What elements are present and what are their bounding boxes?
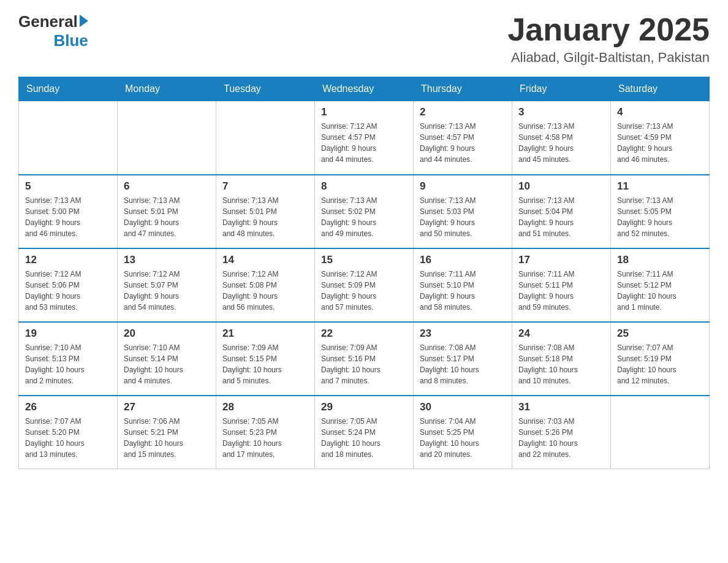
calendar-cell: 2Sunrise: 7:13 AM Sunset: 4:57 PM Daylig… bbox=[414, 101, 512, 175]
day-info: Sunrise: 7:11 AM Sunset: 5:10 PM Dayligh… bbox=[420, 269, 506, 313]
calendar-cell bbox=[19, 101, 118, 175]
day-number: 27 bbox=[124, 401, 210, 413]
day-info: Sunrise: 7:11 AM Sunset: 5:12 PM Dayligh… bbox=[617, 269, 703, 313]
calendar-table: SundayMondayTuesdayWednesdayThursdayFrid… bbox=[18, 77, 710, 469]
day-number: 24 bbox=[518, 327, 604, 340]
calendar-cell: 15Sunrise: 7:12 AM Sunset: 5:09 PM Dayli… bbox=[315, 248, 414, 322]
day-info: Sunrise: 7:10 AM Sunset: 5:13 PM Dayligh… bbox=[25, 342, 111, 386]
day-info: Sunrise: 7:11 AM Sunset: 5:11 PM Dayligh… bbox=[518, 269, 604, 313]
day-info: Sunrise: 7:09 AM Sunset: 5:15 PM Dayligh… bbox=[222, 342, 308, 386]
day-info: Sunrise: 7:12 AM Sunset: 5:06 PM Dayligh… bbox=[25, 269, 111, 313]
calendar-cell: 6Sunrise: 7:13 AM Sunset: 5:01 PM Daylig… bbox=[118, 175, 216, 248]
day-number: 4 bbox=[617, 106, 703, 118]
day-number: 28 bbox=[222, 401, 308, 413]
day-number: 3 bbox=[518, 106, 604, 118]
logo-general-text: General bbox=[18, 12, 78, 31]
day-info: Sunrise: 7:13 AM Sunset: 5:03 PM Dayligh… bbox=[420, 195, 506, 239]
calendar-cell: 4Sunrise: 7:13 AM Sunset: 4:59 PM Daylig… bbox=[611, 101, 710, 175]
calendar-cell: 26Sunrise: 7:07 AM Sunset: 5:20 PM Dayli… bbox=[19, 396, 118, 469]
day-info: Sunrise: 7:07 AM Sunset: 5:19 PM Dayligh… bbox=[617, 342, 703, 386]
day-number: 12 bbox=[25, 254, 111, 266]
day-info: Sunrise: 7:06 AM Sunset: 5:21 PM Dayligh… bbox=[124, 416, 210, 460]
day-number: 6 bbox=[124, 180, 210, 193]
calendar-cell: 25Sunrise: 7:07 AM Sunset: 5:19 PM Dayli… bbox=[611, 322, 710, 396]
calendar-cell: 21Sunrise: 7:09 AM Sunset: 5:15 PM Dayli… bbox=[216, 322, 315, 396]
day-info: Sunrise: 7:13 AM Sunset: 5:05 PM Dayligh… bbox=[617, 195, 703, 239]
day-number: 20 bbox=[124, 327, 210, 340]
calendar-cell: 24Sunrise: 7:08 AM Sunset: 5:18 PM Dayli… bbox=[512, 322, 611, 396]
calendar-cell: 7Sunrise: 7:13 AM Sunset: 5:01 PM Daylig… bbox=[216, 175, 315, 248]
day-number: 29 bbox=[321, 401, 407, 413]
col-header-wednesday: Wednesday bbox=[315, 77, 414, 101]
day-number: 22 bbox=[321, 327, 407, 340]
day-info: Sunrise: 7:13 AM Sunset: 5:01 PM Dayligh… bbox=[222, 195, 308, 239]
calendar-cell: 31Sunrise: 7:03 AM Sunset: 5:26 PM Dayli… bbox=[512, 396, 611, 469]
day-info: Sunrise: 7:04 AM Sunset: 5:25 PM Dayligh… bbox=[420, 416, 506, 460]
col-header-sunday: Sunday bbox=[19, 77, 118, 101]
calendar-week-row: 5Sunrise: 7:13 AM Sunset: 5:00 PM Daylig… bbox=[19, 175, 710, 248]
day-number: 1 bbox=[321, 106, 407, 118]
day-number: 9 bbox=[420, 180, 506, 193]
calendar-cell: 18Sunrise: 7:11 AM Sunset: 5:12 PM Dayli… bbox=[611, 248, 710, 322]
day-info: Sunrise: 7:13 AM Sunset: 4:58 PM Dayligh… bbox=[518, 121, 604, 165]
calendar-cell: 11Sunrise: 7:13 AM Sunset: 5:05 PM Dayli… bbox=[611, 175, 710, 248]
calendar-cell: 13Sunrise: 7:12 AM Sunset: 5:07 PM Dayli… bbox=[118, 248, 216, 322]
day-number: 10 bbox=[518, 180, 604, 193]
day-number: 7 bbox=[222, 180, 308, 193]
day-info: Sunrise: 7:12 AM Sunset: 5:08 PM Dayligh… bbox=[222, 269, 308, 313]
calendar-cell: 1Sunrise: 7:12 AM Sunset: 4:57 PM Daylig… bbox=[315, 101, 414, 175]
title-area: January 2025 Aliabad, Gilgit-Baltistan, … bbox=[507, 12, 710, 66]
calendar-cell: 17Sunrise: 7:11 AM Sunset: 5:11 PM Dayli… bbox=[512, 248, 611, 322]
calendar-cell: 30Sunrise: 7:04 AM Sunset: 5:25 PM Dayli… bbox=[414, 396, 512, 469]
day-number: 26 bbox=[25, 401, 111, 413]
day-info: Sunrise: 7:12 AM Sunset: 5:09 PM Dayligh… bbox=[321, 269, 407, 313]
calendar-cell: 3Sunrise: 7:13 AM Sunset: 4:58 PM Daylig… bbox=[512, 101, 611, 175]
day-number: 21 bbox=[222, 327, 308, 340]
calendar-cell bbox=[611, 396, 710, 469]
logo-blue-text: Blue bbox=[53, 31, 88, 50]
day-number: 13 bbox=[124, 254, 210, 266]
col-header-monday: Monday bbox=[118, 77, 216, 101]
day-number: 16 bbox=[420, 254, 506, 266]
calendar-cell: 27Sunrise: 7:06 AM Sunset: 5:21 PM Dayli… bbox=[118, 396, 216, 469]
day-info: Sunrise: 7:09 AM Sunset: 5:16 PM Dayligh… bbox=[321, 342, 407, 386]
calendar-week-row: 1Sunrise: 7:12 AM Sunset: 4:57 PM Daylig… bbox=[19, 101, 710, 175]
day-number: 5 bbox=[25, 180, 111, 193]
day-number: 31 bbox=[518, 401, 604, 413]
logo-triangle-icon bbox=[80, 15, 88, 27]
day-info: Sunrise: 7:13 AM Sunset: 5:02 PM Dayligh… bbox=[321, 195, 407, 239]
day-info: Sunrise: 7:12 AM Sunset: 5:07 PM Dayligh… bbox=[124, 269, 210, 313]
day-info: Sunrise: 7:07 AM Sunset: 5:20 PM Dayligh… bbox=[25, 416, 111, 460]
day-info: Sunrise: 7:12 AM Sunset: 4:57 PM Dayligh… bbox=[321, 121, 407, 165]
col-header-friday: Friday bbox=[512, 77, 611, 101]
calendar-week-row: 12Sunrise: 7:12 AM Sunset: 5:06 PM Dayli… bbox=[19, 248, 710, 322]
day-info: Sunrise: 7:05 AM Sunset: 5:23 PM Dayligh… bbox=[222, 416, 308, 460]
month-title: January 2025 bbox=[507, 12, 710, 47]
col-header-tuesday: Tuesday bbox=[216, 77, 315, 101]
calendar-cell: 28Sunrise: 7:05 AM Sunset: 5:23 PM Dayli… bbox=[216, 396, 315, 469]
calendar-week-row: 19Sunrise: 7:10 AM Sunset: 5:13 PM Dayli… bbox=[19, 322, 710, 396]
calendar-cell: 10Sunrise: 7:13 AM Sunset: 5:04 PM Dayli… bbox=[512, 175, 611, 248]
day-number: 30 bbox=[420, 401, 506, 413]
col-header-saturday: Saturday bbox=[611, 77, 710, 101]
day-info: Sunrise: 7:03 AM Sunset: 5:26 PM Dayligh… bbox=[518, 416, 604, 460]
day-info: Sunrise: 7:05 AM Sunset: 5:24 PM Dayligh… bbox=[321, 416, 407, 460]
day-number: 11 bbox=[617, 180, 703, 193]
calendar-week-row: 26Sunrise: 7:07 AM Sunset: 5:20 PM Dayli… bbox=[19, 396, 710, 469]
logo: General Blue bbox=[18, 12, 88, 50]
calendar-cell: 5Sunrise: 7:13 AM Sunset: 5:00 PM Daylig… bbox=[19, 175, 118, 248]
day-info: Sunrise: 7:10 AM Sunset: 5:14 PM Dayligh… bbox=[124, 342, 210, 386]
calendar-cell: 23Sunrise: 7:08 AM Sunset: 5:17 PM Dayli… bbox=[414, 322, 512, 396]
location-title: Aliabad, Gilgit-Baltistan, Pakistan bbox=[507, 50, 710, 66]
day-number: 23 bbox=[420, 327, 506, 340]
calendar-cell: 29Sunrise: 7:05 AM Sunset: 5:24 PM Dayli… bbox=[315, 396, 414, 469]
calendar-cell bbox=[118, 101, 216, 175]
calendar-cell: 20Sunrise: 7:10 AM Sunset: 5:14 PM Dayli… bbox=[118, 322, 216, 396]
day-info: Sunrise: 7:13 AM Sunset: 5:04 PM Dayligh… bbox=[518, 195, 604, 239]
header: General Blue January 2025 Aliabad, Gilgi… bbox=[18, 12, 710, 66]
calendar-cell bbox=[216, 101, 315, 175]
day-number: 15 bbox=[321, 254, 407, 266]
calendar-cell: 19Sunrise: 7:10 AM Sunset: 5:13 PM Dayli… bbox=[19, 322, 118, 396]
calendar-cell: 12Sunrise: 7:12 AM Sunset: 5:06 PM Dayli… bbox=[19, 248, 118, 322]
day-info: Sunrise: 7:13 AM Sunset: 5:00 PM Dayligh… bbox=[25, 195, 111, 239]
